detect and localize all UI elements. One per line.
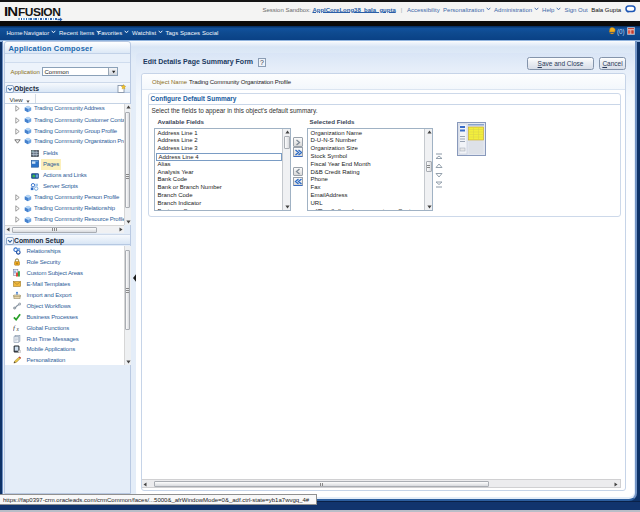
svg-text:f: f bbox=[13, 324, 16, 332]
svg-text:x: x bbox=[15, 326, 19, 332]
